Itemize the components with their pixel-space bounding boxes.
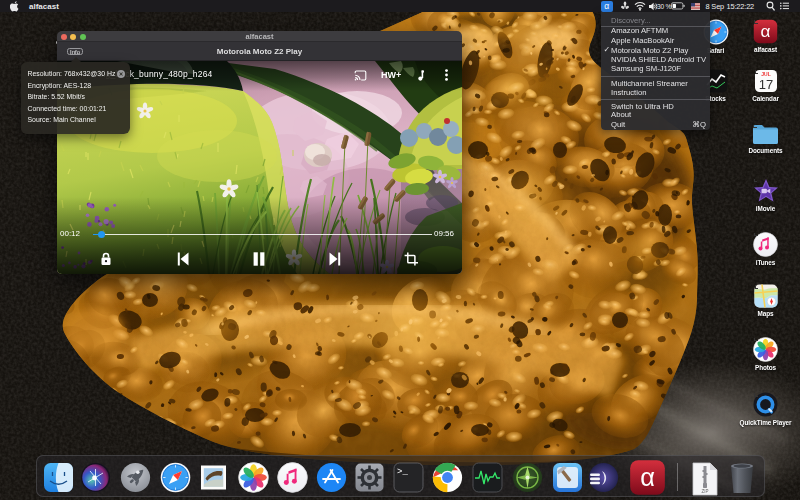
svg-text:>_: >_ [397, 467, 408, 477]
svg-text:α: α [640, 463, 655, 491]
svg-text:ZIP: ZIP [701, 489, 708, 494]
svg-text:α: α [761, 21, 771, 41]
svg-text:17: 17 [758, 77, 772, 92]
